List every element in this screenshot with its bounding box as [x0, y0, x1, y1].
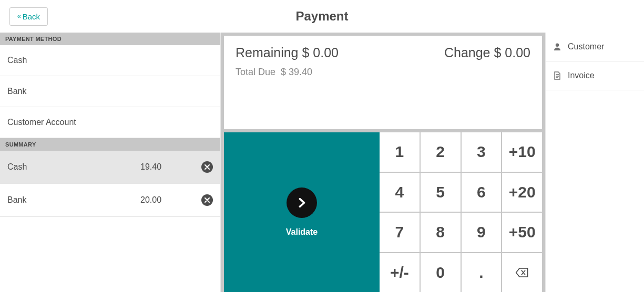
user-icon — [553, 43, 561, 51]
backspace-icon — [515, 267, 529, 278]
left-column: PAYMENT METHOD Cash Bank Customer Accoun… — [0, 33, 221, 292]
key-9[interactable]: 9 — [462, 213, 502, 252]
remaining-value: $ 0.00 — [302, 45, 339, 60]
close-icon — [205, 197, 210, 203]
info-top: Remaining $ 0.00 Change $ 0.00 — [236, 45, 530, 60]
customer-button[interactable]: Customer — [546, 33, 644, 61]
summary-name: Cash — [7, 162, 140, 172]
key-6[interactable]: 6 — [462, 173, 502, 212]
change-label: Change — [444, 45, 490, 60]
summary-amount: 20.00 — [140, 195, 193, 205]
chevron-left-icon: « — [17, 13, 19, 20]
page-title: Payment — [0, 9, 644, 24]
summary-header: SUMMARY — [0, 138, 220, 151]
change-value: $ 0.00 — [494, 45, 530, 60]
chevron-right-icon — [296, 197, 308, 208]
total-due-value: $ 39.40 — [281, 67, 312, 77]
total-due: Total Due $ 39.40 — [236, 67, 530, 78]
keypad-area: Validate 1 2 3 +10 4 5 6 +20 7 8 9 +50 +… — [224, 132, 542, 292]
payment-method-header: PAYMENT METHOD — [0, 33, 220, 45]
numpad: 1 2 3 +10 4 5 6 +20 7 8 9 +50 +/- 0 . — [380, 132, 542, 292]
key-0[interactable]: 0 — [421, 253, 461, 293]
summary-amount: 19.40 — [140, 162, 193, 172]
key-8[interactable]: 8 — [421, 213, 461, 252]
key-2[interactable]: 2 — [421, 132, 461, 172]
customer-label: Customer — [568, 42, 604, 51]
center-column: Remaining $ 0.00 Change $ 0.00 Total Due… — [221, 33, 545, 292]
delete-summary-button[interactable] — [201, 161, 213, 173]
delete-summary-button[interactable] — [201, 194, 213, 206]
key-dot[interactable]: . — [462, 253, 502, 293]
key-plus10[interactable]: +10 — [502, 132, 542, 172]
remaining: Remaining $ 0.00 — [236, 45, 339, 60]
right-column: Customer Invoice — [545, 33, 644, 292]
header: « Back Payment — [0, 0, 644, 33]
key-backspace[interactable] — [502, 253, 542, 293]
change: Change $ 0.00 — [444, 45, 530, 60]
validate-label: Validate — [286, 227, 318, 237]
key-plusminus[interactable]: +/- — [380, 253, 420, 293]
payment-method-cash[interactable]: Cash — [0, 45, 220, 76]
content: PAYMENT METHOD Cash Bank Customer Accoun… — [0, 33, 644, 292]
key-1[interactable]: 1 — [380, 132, 420, 172]
summary-row[interactable]: Bank 20.00 — [0, 184, 220, 217]
back-label: Back — [23, 12, 40, 21]
validate-circle — [287, 187, 317, 218]
file-icon — [553, 71, 561, 80]
remaining-label: Remaining — [236, 45, 299, 60]
invoice-button[interactable]: Invoice — [546, 61, 644, 90]
back-button[interactable]: « Back — [9, 7, 48, 26]
summary-row[interactable]: Cash 19.40 — [0, 151, 220, 184]
payment-info: Remaining $ 0.00 Change $ 0.00 Total Due… — [224, 36, 542, 129]
key-plus50[interactable]: +50 — [502, 213, 542, 252]
key-5[interactable]: 5 — [421, 173, 461, 212]
key-plus20[interactable]: +20 — [502, 173, 542, 212]
key-7[interactable]: 7 — [380, 213, 420, 252]
payment-method-customer-account[interactable]: Customer Account — [0, 107, 220, 138]
key-4[interactable]: 4 — [380, 173, 420, 212]
total-due-label: Total Due — [236, 67, 275, 77]
validate-button[interactable]: Validate — [224, 132, 380, 292]
invoice-label: Invoice — [568, 71, 595, 80]
summary-name: Bank — [7, 195, 140, 205]
close-icon — [205, 164, 210, 170]
key-3[interactable]: 3 — [462, 132, 502, 172]
payment-method-bank[interactable]: Bank — [0, 76, 220, 107]
